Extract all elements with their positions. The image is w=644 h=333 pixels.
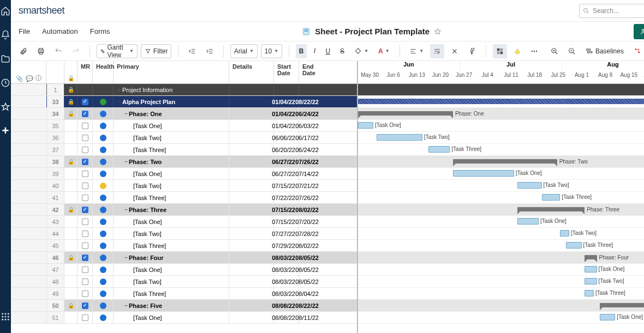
mr-cell[interactable] [77,216,93,227]
gantt-bar[interactable]: [Task Three] [542,194,560,201]
table-row[interactable]: 45[Task Three]07/29/2208/02/22 [11,240,357,252]
table-row[interactable]: 1🔒▸ Project Information [11,84,357,96]
end-cell[interactable]: 07/14/22 [299,168,322,179]
primary-cell[interactable]: [Task Two] [114,276,229,287]
health-cell[interactable] [93,192,114,203]
end-cell[interactable]: 06/24/22 [299,144,322,155]
primary-cell[interactable]: [Task One] [114,264,229,275]
table-row[interactable]: 35[Task One]01/04/2206/03/22 [11,120,357,132]
primary-cell[interactable]: [Task Two] [114,180,229,191]
health-cell[interactable] [93,84,114,95]
primary-cell[interactable]: [Task Three] [114,288,229,299]
mr-cell[interactable] [77,120,93,131]
table-row[interactable]: 51[Task One]08/08/2208/11/22 [11,312,357,324]
mr-cell[interactable] [77,96,93,107]
health-cell[interactable] [93,288,114,299]
health-cell[interactable] [93,264,114,275]
checkbox[interactable] [82,231,88,237]
font-selector[interactable]: Arial ▼ [230,44,258,58]
baselines-button[interactable]: Baselines [582,44,627,58]
details-cell[interactable] [229,276,274,287]
health-cell[interactable] [93,252,114,263]
health-cell[interactable] [93,276,114,287]
health-cell[interactable] [93,228,114,239]
health-cell[interactable] [93,132,114,143]
gantt-bar[interactable]: Phase: Two [453,159,557,164]
end-cell[interactable]: 08/11/22 [299,312,322,323]
health-cell[interactable] [93,108,114,119]
checkbox[interactable] [82,135,88,141]
table-row[interactable]: 42🔒– Phase: Three07/15/2208/02/22 [11,204,357,216]
primary-cell[interactable]: [Task One] [114,216,229,227]
details-cell[interactable] [229,132,274,143]
mr-cell[interactable] [77,240,93,251]
table-row[interactable]: 37[Task Three]06/20/2206/24/22 [11,144,357,156]
italic-button[interactable]: I [310,44,319,58]
checkbox[interactable] [82,195,88,201]
checkbox[interactable] [82,278,88,285]
checkbox[interactable] [82,111,88,117]
gantt-bar[interactable]: Phase: Five [600,303,644,307]
checkbox[interactable] [82,183,88,189]
gantt-bar[interactable]: [Task One] [453,170,514,177]
conditional-format-button[interactable] [493,44,507,58]
end-cell[interactable]: 08/22/22 [299,96,322,107]
primary-cell[interactable]: – Phase: Three [114,204,229,215]
gantt-bar[interactable]: [Task Two] [585,278,597,284]
details-cell[interactable] [229,228,274,239]
end-cell[interactable]: 08/22/22 [299,300,322,311]
checkbox[interactable] [82,147,88,153]
mr-cell[interactable] [77,132,93,143]
star-icon[interactable] [0,101,11,112]
bell-icon[interactable] [0,29,11,40]
textcolor-button[interactable]: A▼ [375,44,393,58]
gantt-bar[interactable]: Phase: Four [585,255,597,259]
expand-toggle[interactable]: – [123,302,129,308]
expand-toggle[interactable]: – [123,255,129,261]
col-details[interactable]: Details [229,61,274,83]
gantt-bar[interactable]: [Task Two] [517,182,542,189]
menu-forms[interactable]: Forms [90,27,110,35]
primary-cell[interactable]: [Task One] [114,168,229,179]
checkbox[interactable] [82,314,88,321]
checkbox[interactable] [82,99,88,105]
end-cell[interactable]: 07/21/22 [299,180,322,191]
gantt-bar[interactable]: [Task One] [585,266,597,273]
mr-cell[interactable] [77,180,93,191]
bold-button[interactable]: B [296,44,307,58]
mr-cell[interactable] [77,192,93,203]
details-cell[interactable] [229,216,274,227]
mr-cell[interactable] [77,168,93,179]
primary-cell[interactable]: [Task Two] [114,228,229,239]
health-cell[interactable] [93,168,114,179]
gantt-bar[interactable] [358,99,644,104]
home-icon[interactable] [0,5,11,16]
primary-cell[interactable]: [Task One] [114,120,229,131]
primary-cell[interactable]: [Task Three] [114,240,229,251]
details-cell[interactable] [229,180,274,191]
col-mr[interactable]: MR [77,61,93,83]
col-primary[interactable]: Primary [114,61,229,83]
fillcolor-button[interactable]: ▼ [351,44,372,58]
table-row[interactable]: 33🔒– Alpha Project Plan01/04/2208/22/22 [11,96,357,108]
checkbox[interactable] [82,207,88,213]
end-cell[interactable]: 07/26/22 [299,192,322,203]
primary-cell[interactable]: – Phase: Two [114,156,229,167]
health-cell[interactable] [93,300,114,311]
end-cell[interactable]: 07/28/22 [299,228,322,239]
view-selector[interactable]: Gantt View▼ [97,44,138,58]
end-cell[interactable]: 06/24/22 [299,108,322,119]
details-cell[interactable] [229,156,274,167]
checkbox[interactable] [82,219,88,225]
health-cell[interactable] [93,144,114,155]
end-cell[interactable]: 08/02/22 [299,204,322,215]
highlight-button[interactable] [510,44,524,58]
end-cell[interactable]: 08/05/22 [299,264,322,275]
recent-icon[interactable] [0,77,11,88]
details-cell[interactable] [229,252,274,263]
mr-cell[interactable] [77,228,93,239]
gantt-bar[interactable]: [Task Two] [560,230,569,237]
checkbox[interactable] [82,267,88,273]
folder-icon[interactable] [0,53,11,64]
align-button[interactable]: ▼ [406,44,427,58]
